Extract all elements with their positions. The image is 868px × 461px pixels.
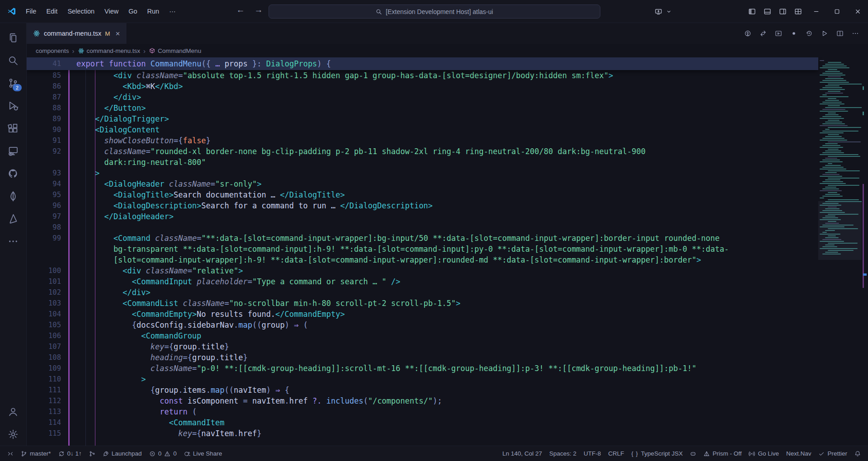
code-line[interactable]: 102 </div> (27, 287, 818, 298)
code-line[interactable]: 107 key={group.title} (27, 341, 818, 352)
code-line[interactable]: 101 <CommandInput placeholder="Type a co… (27, 276, 818, 287)
status-language-mode[interactable]: { }TypeScript JSX (628, 446, 687, 461)
menu-selection[interactable]: Selection (62, 5, 99, 18)
status-prettier[interactable]: Prettier (815, 446, 851, 461)
code-line[interactable]: 94 <DialogHeader className="sr-only"> (27, 179, 818, 189)
record-icon[interactable] (788, 27, 800, 40)
status-launchpad[interactable]: Launchpad (99, 446, 146, 461)
tab-close-icon[interactable]: × (116, 30, 120, 38)
code-line[interactable]: 100 <div className="relative"> (27, 265, 818, 276)
menu-edit[interactable]: Edit (41, 5, 62, 18)
code-line[interactable]: 97 </DialogHeader> (27, 211, 818, 222)
breadcrumb-item[interactable]: CommandMenu (149, 47, 201, 54)
code-line[interactable]: 112 const isComponent = navItem.href ?. … (27, 395, 818, 406)
code-line[interactable]: 109 className="p-0! **:[[cmdk-group-head… (27, 363, 818, 374)
toggle-primary-sidebar-icon[interactable] (744, 4, 760, 19)
status-encoding[interactable]: UTF-8 (580, 446, 604, 461)
menu-run[interactable]: Run (142, 5, 165, 18)
window-restore-icon[interactable] (826, 0, 847, 23)
status-git-sync[interactable]: 0↓ 1↑ (55, 446, 85, 461)
compare-changes-icon[interactable] (757, 27, 769, 40)
activity-settings[interactable] (2, 423, 24, 446)
code-line[interactable]: 99 <Command className="**:data-[slot=com… (27, 233, 818, 244)
breadcrumb-item[interactable]: command-menu.tsx (78, 47, 141, 54)
run-icon[interactable] (818, 27, 831, 40)
code-line[interactable]: 87 </div> (27, 92, 818, 103)
code-line[interactable]: 114 <CommandItem (27, 417, 818, 428)
status-eol[interactable]: CRLF (604, 446, 627, 461)
activity-explorer[interactable] (2, 27, 24, 49)
code-line[interactable]: 111 {group.items.map((navItem) ⇒ { (27, 385, 818, 395)
status-cursor-position[interactable]: Ln 140, Col 27 (499, 446, 546, 461)
more-actions-icon[interactable] (849, 27, 862, 40)
activity-mongodb[interactable] (2, 185, 24, 207)
activity-more[interactable] (2, 230, 24, 253)
code-line-wrap[interactable]: bg-transparent **:data-[slot=command-inp… (27, 244, 818, 254)
code-line[interactable]: 86 <Kbd>⌘K</Kbd> (27, 81, 818, 92)
chevron-down-icon[interactable] (666, 9, 672, 14)
code-line[interactable]: 98 (27, 222, 818, 233)
activity-search[interactable] (2, 49, 24, 72)
status-prism[interactable]: Prism - Off (700, 446, 745, 461)
code-editor[interactable]: 85 <div className="absolute top-1.5 righ… (27, 57, 868, 446)
activity-prisma[interactable] (2, 207, 24, 230)
menu-go[interactable]: Go (123, 5, 142, 18)
code-line-wrap[interactable]: dark:ring-neutral-800" (27, 157, 818, 168)
toggle-secondary-sidebar-icon[interactable] (775, 4, 790, 19)
code-line[interactable]: 106 <CommandGroup (27, 330, 818, 341)
toggle-panel-icon[interactable] (760, 4, 775, 19)
status-next-nav[interactable]: Next.Nav (783, 446, 815, 461)
split-editor-icon[interactable] (834, 27, 846, 40)
code-line[interactable]: 105 {docsConfig.sidebarNav.map((group) ⇒… (27, 320, 818, 330)
activity-source-control[interactable]: 2 (2, 72, 24, 94)
open-preview-icon[interactable] (772, 27, 785, 40)
activity-account[interactable] (2, 400, 24, 423)
status-copilot[interactable] (686, 446, 700, 461)
activity-remote-explorer[interactable] (2, 140, 24, 162)
customize-layout-icon[interactable] (790, 4, 806, 19)
status-remote-window[interactable] (4, 446, 17, 461)
accessibility-icon[interactable] (741, 27, 754, 40)
code-line[interactable]: 85 <div className="absolute top-1.5 righ… (27, 70, 818, 81)
code-line[interactable]: 104 <CommandEmpty>No results found.</Com… (27, 309, 818, 320)
nav-forward-icon[interactable]: → (251, 5, 266, 15)
code-line[interactable]: 103 <CommandList className="no-scrollbar… (27, 298, 818, 309)
menu-file[interactable]: File (21, 5, 41, 18)
window-close-icon[interactable] (847, 0, 868, 23)
status-indentation[interactable]: Spaces: 2 (546, 446, 580, 461)
code-line[interactable]: 95 <DialogTitle>Search documentation … <… (27, 189, 818, 200)
cast-icon[interactable] (651, 4, 666, 19)
activity-run-debug[interactable] (2, 94, 24, 117)
status-go-live[interactable]: Go Live (745, 446, 783, 461)
menu-view[interactable]: View (99, 5, 123, 18)
code-line[interactable]: 92 className="rounded-xl border-none bg-… (27, 146, 818, 157)
overview-ruler[interactable] (862, 57, 868, 446)
code-line[interactable]: 89 </DialogTrigger> (27, 113, 818, 124)
activity-github[interactable] (2, 162, 24, 185)
code-line[interactable]: 96 <DialogDescription>Search for a comma… (27, 200, 818, 211)
history-icon[interactable] (803, 27, 816, 40)
status-git-graph[interactable] (85, 446, 99, 461)
menu-overflow[interactable]: ··· (164, 5, 181, 18)
status-notifications[interactable] (851, 446, 864, 461)
code-line[interactable]: 113 return ( (27, 406, 818, 417)
sticky-scroll-line[interactable]: 41export function CommandMenu({ … props … (27, 57, 818, 70)
status-git-branch[interactable]: master* (17, 446, 55, 461)
status-problems[interactable]: 00 (146, 446, 180, 461)
sticky-line[interactable]: 41export function CommandMenu({ … props … (27, 57, 818, 70)
code-line[interactable]: 90 <DialogContent (27, 124, 818, 135)
minimap[interactable] (818, 57, 862, 446)
code-line[interactable]: 88 </Button> (27, 103, 818, 113)
code-line-wrap[interactable]: [slot=command-input-wrapper]:h-9! **:dat… (27, 254, 818, 265)
command-center-search[interactable]: [Extension Development Host] atlas-ui (269, 5, 600, 19)
code-line[interactable]: 115 key={navItem.href} (27, 428, 818, 439)
code-line[interactable]: 91 showCloseButton={false} (27, 135, 818, 146)
tab-command-menu[interactable]: command-menu.tsx M × (27, 23, 127, 44)
status-live-share[interactable]: Live Share (180, 446, 226, 461)
minimap-slider[interactable] (818, 201, 862, 260)
nav-back-icon[interactable]: ← (233, 5, 248, 15)
activity-extensions[interactable] (2, 117, 24, 140)
code-line[interactable]: 110 > (27, 374, 818, 385)
window-minimize-icon[interactable] (806, 0, 826, 23)
breadcrumb-item[interactable]: components (36, 47, 69, 54)
